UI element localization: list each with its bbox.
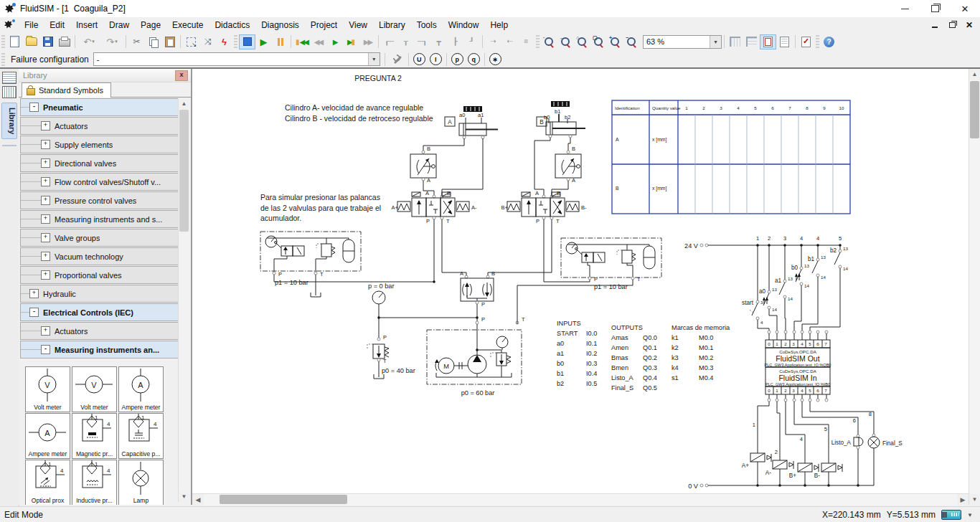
close-button[interactable]: ✕ xyxy=(950,0,980,17)
flow-control-valve-b[interactable]: B A xyxy=(534,138,581,195)
sim-reset-button[interactable]: ▮◀◀ xyxy=(293,34,310,49)
diagram-tool-2-button[interactable]: ┰ xyxy=(397,34,414,49)
tree-item-hydraulic[interactable]: +Hydraulic xyxy=(20,285,179,303)
directional-valve-b[interactable]: AB B+B- PT xyxy=(488,190,590,282)
show-pressure-button[interactable]: p xyxy=(449,52,466,67)
tree-item-directional-valves[interactable]: +Directional valves xyxy=(20,154,179,172)
tree-item-vacuum-technology[interactable]: +Vacuum technology xyxy=(20,247,179,265)
scroll-up-icon[interactable]: ▲ xyxy=(179,98,189,109)
menu-view[interactable]: View xyxy=(343,19,373,32)
diagram-tool-6-button[interactable]: ┚ xyxy=(463,34,480,49)
tree-item-electrical-actuators[interactable]: +Actuators xyxy=(20,322,179,340)
zoom-fit-button[interactable]: ○ xyxy=(574,34,590,49)
circuit-check-button[interactable] xyxy=(798,34,814,49)
tree-item-supply-elements[interactable]: +Supply elements xyxy=(20,136,179,153)
tree-item-valve-groups[interactable]: +Valve groups xyxy=(20,229,179,247)
undo-button[interactable]: ↶▾ xyxy=(77,34,100,49)
copy-button[interactable] xyxy=(145,34,161,49)
open-button[interactable] xyxy=(23,34,39,49)
tree-item-actuators[interactable]: +Actuators xyxy=(20,117,179,135)
symbol-volt-meter-h[interactable]: V Volt meter xyxy=(72,366,117,412)
zoom-width-button[interactable]: ↔ xyxy=(557,34,574,49)
schematic-canvas[interactable]: PREGUNTA 2 Cilindro A- velocidad de avan… xyxy=(192,69,969,493)
sim-play-button[interactable]: ▶ xyxy=(255,34,272,49)
align-2-button[interactable]: ⇠ xyxy=(501,34,518,49)
expand-icon[interactable]: + xyxy=(41,233,50,242)
plc-interface-blocks[interactable]: 01234567 CoDeSys.OPC.DA FluidSIM Out PLC… xyxy=(765,331,831,402)
pilot-check-block[interactable]: AB P xyxy=(460,270,495,321)
scrollbar-thumb[interactable] xyxy=(179,110,189,232)
tab-standard-symbols[interactable]: Standard Symbols xyxy=(22,82,111,98)
scroll-down-icon[interactable]: ▼ xyxy=(179,491,189,502)
io-outputs-list[interactable]: OUTPUTS AmasQ0.0 AmenQ0.1 BmasQ0.2 BmenQ… xyxy=(611,324,657,392)
dock-tab-library[interactable]: Library xyxy=(1,103,17,139)
diagram-tool-5-button[interactable]: ┠ xyxy=(447,34,463,49)
page-frame-button[interactable] xyxy=(760,34,776,49)
accumulator-group-left[interactable]: P T p1 = 10 bar xyxy=(260,232,435,297)
tree-item-electrical-measuring[interactable]: -Measuring instruments an... xyxy=(20,341,179,359)
scroll-up-icon[interactable]: ▲ xyxy=(969,69,980,80)
mdi-minimize-button[interactable] xyxy=(930,20,940,30)
note-simulation[interactable]: Para simular presionar las palancas de l… xyxy=(260,193,381,222)
scroll-left-icon[interactable]: ◀ xyxy=(192,494,204,506)
measurement-table[interactable]: Identification Quantity value 1234567891… xyxy=(612,100,850,214)
expand-icon[interactable]: + xyxy=(41,140,50,149)
menu-diagnosis[interactable]: Diagnosis xyxy=(255,19,305,32)
sim-next-button[interactable]: ▶▮ xyxy=(343,34,359,49)
sim-step-button[interactable]: ▶ xyxy=(326,34,343,49)
menu-edit[interactable]: Edit xyxy=(44,19,70,32)
menu-window[interactable]: Window xyxy=(443,19,485,32)
library-panel-titlebar[interactable]: Library x xyxy=(19,69,191,82)
menu-tools[interactable]: Tools xyxy=(411,19,443,32)
menu-draw[interactable]: Draw xyxy=(103,19,135,32)
title-bar[interactable]: FluidSIM - [1 Coaguila_P2] ✕ xyxy=(0,0,980,17)
show-voltage-button[interactable]: U xyxy=(411,52,428,67)
menu-execute[interactable]: Execute xyxy=(166,19,209,32)
library-close-icon[interactable]: x xyxy=(175,70,188,81)
redo-button[interactable]: ↷▾ xyxy=(100,34,123,49)
vertical-scrollbar[interactable]: ▲ ▼ xyxy=(969,69,980,505)
expand-icon[interactable]: + xyxy=(41,121,50,130)
diagram-tool-3-button[interactable]: ─┒ xyxy=(414,34,430,49)
menu-file[interactable]: File xyxy=(19,19,44,32)
horizontal-scrollbar[interactable]: ◀ ▶ xyxy=(192,493,969,506)
sim-step-back-button[interactable]: ◀◀ xyxy=(310,34,326,49)
chevron-down-icon[interactable]: ▼ xyxy=(967,512,973,518)
select-mode-button[interactable] xyxy=(183,34,199,49)
diagram-tool-1-button[interactable]: ┎─ xyxy=(381,34,397,49)
chevron-down-icon[interactable]: ▾ xyxy=(710,36,721,48)
tree-item-pressure-control-valves[interactable]: +Pressure control valves xyxy=(20,191,179,209)
symbol-optical-proximity[interactable]: 14 Optical prox xyxy=(25,460,70,505)
properties-button[interactable] xyxy=(390,52,406,67)
expand-icon[interactable]: + xyxy=(41,196,50,205)
directional-valve-a[interactable]: AB A+A- PT xyxy=(392,190,477,282)
help-button[interactable]: ? xyxy=(821,34,837,49)
expand-icon[interactable]: + xyxy=(41,252,50,261)
zoom-level-combo[interactable]: 63 % ▾ xyxy=(643,35,722,49)
library-scrollbar[interactable]: ▲ ▼ xyxy=(178,98,189,502)
page-grid-button[interactable] xyxy=(776,34,793,49)
cylinder-a[interactable]: A a0 a1 xyxy=(445,106,498,139)
grid-button[interactable] xyxy=(727,34,743,49)
show-flow-button[interactable]: q xyxy=(466,52,482,67)
electrical-ladder[interactable]: 24 V 1 2 3 4 4 5 start 3 4 a0 13 14 xyxy=(684,235,848,331)
scrollbar-thumb[interactable] xyxy=(220,495,347,504)
symbol-capacitive-proximity[interactable]: 14 Capacitive p... xyxy=(118,413,164,459)
connection-icon[interactable] xyxy=(941,510,961,520)
stimulate-button[interactable]: ϟ xyxy=(216,34,232,49)
print-button[interactable] xyxy=(56,34,72,49)
show-current-button[interactable]: I xyxy=(428,52,444,67)
minimize-button[interactable] xyxy=(890,0,920,17)
align-3-button[interactable]: ≡ xyxy=(518,34,534,49)
paste-button[interactable] xyxy=(161,34,178,49)
scrollbar-thumb[interactable] xyxy=(970,81,979,138)
symbol-inductive-proximity[interactable]: 14 Inductive pr... xyxy=(72,460,117,505)
menu-page[interactable]: Page xyxy=(135,19,166,32)
symbol-ampere-meter-h[interactable]: A Ampere meter xyxy=(25,413,70,459)
zoom-out-button[interactable]: − xyxy=(623,34,640,49)
symbol-volt-meter-v[interactable]: V Volt meter xyxy=(25,366,70,412)
scroll-down-icon[interactable]: ▼ xyxy=(969,494,980,505)
menu-help[interactable]: Help xyxy=(484,19,514,32)
diagram-tool-4-button[interactable]: ┳ xyxy=(430,34,447,49)
zoom-in-button[interactable]: + xyxy=(607,34,623,49)
